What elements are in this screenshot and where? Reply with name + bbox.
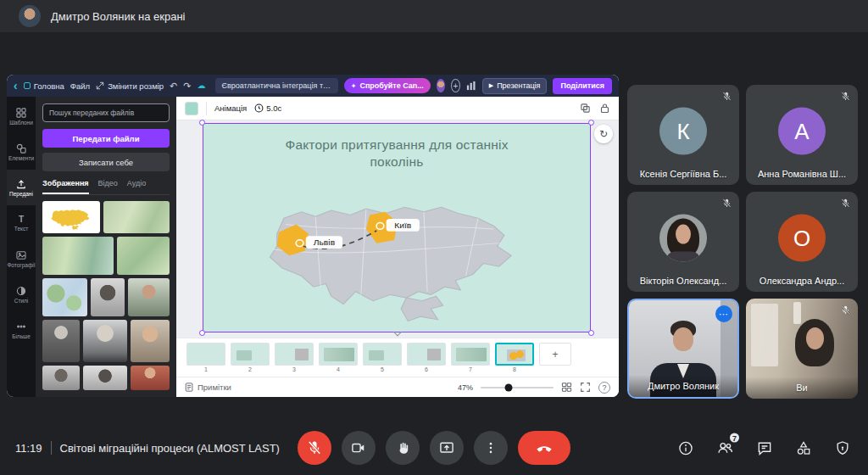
leave-call-button[interactable] [518, 431, 570, 465]
tab-images[interactable]: Зображення [42, 179, 89, 194]
upload-thumb-bw-photo[interactable] [42, 366, 80, 390]
zoom-slider-handle[interactable] [504, 383, 512, 391]
duration-button[interactable]: 5.0с [254, 103, 281, 113]
slide-page-2[interactable]: 2 [231, 343, 270, 372]
upload-thumb-color-portrait[interactable] [128, 278, 170, 316]
upload-thumb-bw-photo[interactable] [91, 278, 125, 316]
upload-thumb-bw-elder[interactable] [83, 320, 127, 362]
menu-home[interactable]: Головна [24, 81, 64, 91]
slide-page-7[interactable]: 7 [451, 343, 490, 372]
chat-button[interactable] [756, 439, 773, 456]
participants-button[interactable]: 7 [716, 439, 734, 457]
clock-icon [254, 103, 264, 113]
slide-page-1[interactable]: 1 [186, 343, 225, 372]
grid-view-icon[interactable] [561, 382, 572, 393]
redo-icon[interactable]: ↷ [183, 81, 191, 91]
sidebar-item-elements[interactable]: Елементи [7, 134, 36, 170]
fullscreen-icon[interactable] [580, 382, 591, 393]
participant-name: Ксенія Сергіївна Б... [627, 169, 739, 179]
present-button[interactable]: ▶ Презентація [482, 78, 548, 94]
share-button[interactable]: Поділитися [553, 78, 612, 94]
try-canva-pro-button[interactable]: ✦ Спробуйте Can... [344, 78, 431, 93]
participant-tile[interactable]: О Олександра Андр... [746, 192, 858, 292]
context-toolbar: Анімація 5.0с [176, 97, 619, 120]
slide-canvas[interactable]: Фактори притягування для останніх поколі… [203, 123, 591, 332]
sidebar-item-more[interactable]: Більше [7, 312, 36, 348]
slide-page-4[interactable]: 4 [319, 343, 358, 372]
insights-icon[interactable] [466, 81, 476, 91]
upload-thumb-terrain-map[interactable] [117, 237, 170, 275]
slide-page-6[interactable]: 6 [407, 343, 446, 372]
resize-handle[interactable] [588, 330, 594, 336]
present-screen-button[interactable] [430, 431, 464, 465]
menu-file[interactable]: Файл [70, 81, 90, 91]
slide-page-5[interactable]: 5 [363, 343, 402, 372]
slide-page-3[interactable]: 3 [275, 343, 314, 372]
upload-thumb-map-ukraine[interactable] [42, 201, 100, 233]
participant-avatar: О [778, 215, 826, 262]
notes-button[interactable]: Примітки [185, 383, 231, 392]
slide-title[interactable]: Фактори притягування для останніх поколі… [203, 137, 590, 170]
menu-resize[interactable]: Змінити розмір [96, 81, 164, 91]
participant-tile[interactable]: К Ксенія Сергіївна Б... [627, 85, 739, 185]
lock-icon[interactable] [599, 103, 610, 114]
more-vertical-icon [483, 440, 498, 455]
participant-name: Ви [746, 383, 858, 393]
upload-thumb-bw-soldier[interactable] [42, 320, 80, 362]
upload-thumb-color-woman[interactable] [131, 366, 170, 390]
resize-handle[interactable] [199, 330, 205, 336]
sidebar-item-photos[interactable]: Фотографії [7, 241, 36, 277]
participant-tile[interactable]: А Анна Романівна Ш... [746, 85, 858, 185]
camera-button[interactable] [342, 431, 376, 465]
help-button[interactable]: ? [598, 382, 610, 394]
undo-icon[interactable]: ↶ [170, 81, 177, 91]
refresh-button[interactable]: ↻ [594, 125, 613, 143]
resize-handle[interactable] [199, 120, 205, 126]
activities-button[interactable] [795, 439, 812, 456]
self-view-tile[interactable]: Ви [746, 299, 858, 399]
add-page-button[interactable]: + [539, 343, 571, 366]
slide-page-8-selected[interactable]: 8 [495, 343, 534, 372]
sidebar-item-uploads[interactable]: Передані [7, 170, 36, 205]
upload-thumb-bw-photo[interactable] [83, 366, 127, 390]
presenter-label: Дмитро Воляник на екрані [51, 10, 185, 23]
more-options-button[interactable] [474, 431, 508, 465]
tab-audio[interactable]: Аудіо [127, 179, 146, 194]
meeting-details-button[interactable] [677, 439, 694, 456]
sidebar-item-styles[interactable]: Стилі [7, 277, 36, 312]
participant-tile-active-speaker[interactable]: ⋯ Дмитро Воляник [627, 299, 739, 399]
participant-name: Олександра Андр... [746, 276, 858, 286]
tile-options-button[interactable]: ⋯ [715, 305, 732, 322]
activities-icon [795, 439, 812, 456]
sidebar-item-templates[interactable]: Шаблони [7, 98, 36, 134]
background-color-swatch[interactable] [185, 102, 198, 115]
raise-hand-button[interactable] [386, 431, 420, 465]
account-avatar[interactable] [437, 79, 445, 92]
position-icon[interactable] [580, 103, 591, 114]
tab-video[interactable]: Відео [98, 179, 118, 194]
add-member-button[interactable]: + [451, 79, 460, 92]
upload-thumb-satellite-map[interactable] [103, 201, 170, 233]
mic-off-icon [721, 91, 732, 102]
zoom-slider[interactable] [481, 387, 554, 388]
person-silhouette [673, 327, 693, 351]
upload-thumb-marker-map[interactable] [42, 278, 87, 316]
back-icon[interactable]: ‹ [14, 80, 18, 92]
host-controls-button[interactable] [834, 439, 851, 456]
upload-files-button[interactable]: Передати файли [42, 129, 170, 148]
upload-thumb-satellite-map[interactable] [42, 237, 114, 275]
mic-off-icon [840, 305, 851, 316]
animate-button[interactable]: Анімація [214, 103, 247, 113]
elements-icon [16, 143, 26, 154]
mic-muted-button[interactable] [298, 431, 331, 465]
uploads-search-input[interactable] [42, 103, 170, 122]
clock: 11:19 [15, 442, 42, 455]
canva-sidebar-rail: Шаблони Елементи Передані T Текст Фотогр… [7, 97, 36, 397]
resize-handle[interactable] [588, 120, 594, 126]
record-yourself-button[interactable]: Записати себе [42, 153, 170, 171]
sidebar-item-text[interactable]: T Текст [7, 205, 36, 241]
ukraine-map[interactable]: Львів Київ [256, 171, 536, 327]
participant-tile[interactable]: Вікторія Олександ... [627, 192, 739, 292]
upload-thumb-color-woman[interactable] [131, 320, 170, 362]
document-title[interactable]: Євроатлантична інтеграція та її вплив на… [215, 78, 338, 93]
